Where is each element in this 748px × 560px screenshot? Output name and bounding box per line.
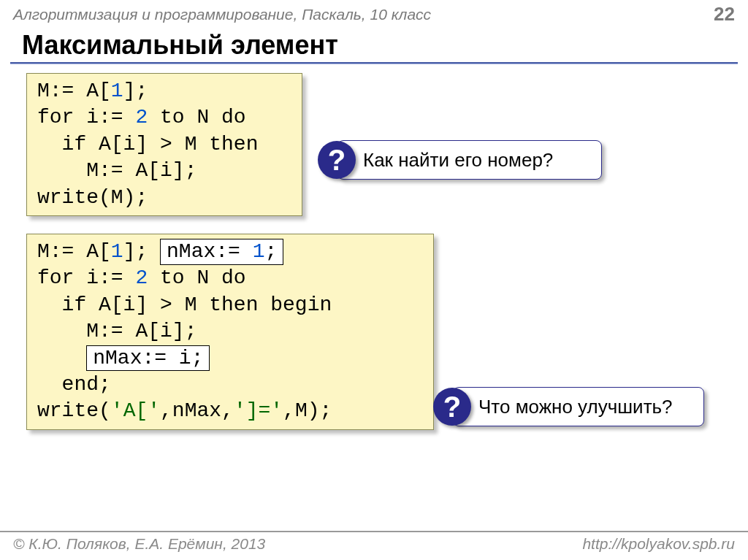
page-title: Максимальный элемент bbox=[0, 27, 748, 62]
callout-question-1: ? Как найти его номер? bbox=[337, 140, 602, 180]
title-rule bbox=[10, 62, 738, 64]
course-label: Алгоритмизация и программирование, Паска… bbox=[13, 6, 431, 23]
footer-url: http://kpolyakov.spb.ru bbox=[582, 535, 735, 553]
copyright: © К.Ю. Поляков, Е.А. Ерёмин, 2013 bbox=[13, 535, 265, 553]
callout-text-2: Что можно улучшить? bbox=[478, 396, 673, 418]
code-block-2: M:= A[1]; nMax:= 1; for i:= 2 to N do if… bbox=[26, 234, 434, 430]
callout-question-2: ? Что можно улучшить? bbox=[453, 387, 704, 426]
code-block-1: M:= A[1]; for i:= 2 to N do if A[i] > M … bbox=[26, 73, 302, 216]
question-mark-icon: ? bbox=[318, 141, 356, 179]
page-number: 22 bbox=[714, 3, 735, 26]
footer: © К.Ю. Поляков, Е.А. Ерёмин, 2013 http:/… bbox=[0, 531, 748, 560]
question-mark-icon: ? bbox=[433, 388, 471, 426]
callout-text-1: Как найти его номер? bbox=[363, 149, 553, 172]
code-insert-2: nMax:= i; bbox=[86, 345, 210, 372]
code-insert-1: nMax:= 1; bbox=[160, 239, 283, 265]
